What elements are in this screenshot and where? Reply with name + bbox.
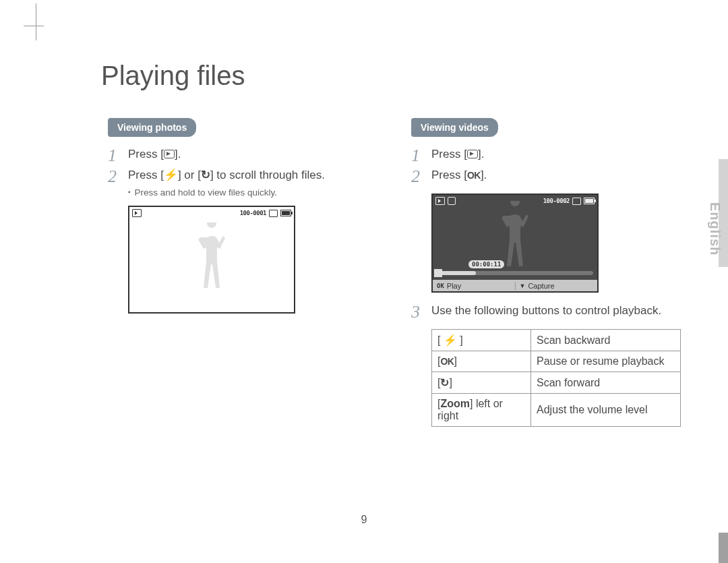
language-tab: English xyxy=(707,202,723,256)
lcd-footer: OKPlay ▼Capture xyxy=(433,280,597,291)
flash-icon: ⚡ xyxy=(164,167,178,184)
step-number: 1 xyxy=(411,146,431,165)
face-icon xyxy=(448,197,456,205)
desc-cell: Adjust the volume level xyxy=(531,394,681,427)
playback-mode-icon xyxy=(132,209,142,217)
ok-icon: OK xyxy=(440,356,454,367)
desc-cell: Scan forward xyxy=(531,372,681,394)
step-number: 1 xyxy=(108,146,128,165)
page-title: Playing files xyxy=(101,61,245,91)
text: ]. xyxy=(175,148,181,160)
playback-controls-table: [ ⚡ ] Scan backward [OK] Pause or resume… xyxy=(431,329,681,427)
timer-icon: ↻ xyxy=(440,376,449,389)
zoom-label: Zoom xyxy=(440,398,470,409)
text: Use the following buttons to control pla… xyxy=(431,302,694,320)
section-viewing-photos: Viewing photos 1 Press []. 2 Press [⚡] o… xyxy=(108,118,391,314)
down-icon: ▼ xyxy=(520,283,526,289)
person-silhouette-icon xyxy=(191,223,232,297)
lcd-status-bar: 100-0001 xyxy=(129,207,294,219)
playback-icon xyxy=(164,150,175,158)
side-tab-marker xyxy=(719,533,728,563)
button-cell: [↻] xyxy=(432,372,531,394)
memory-card-icon xyxy=(572,198,581,205)
photos-step-1: 1 Press []. xyxy=(108,146,391,165)
video-time: 00:00:11 xyxy=(468,260,504,268)
videos-step-1: 1 Press []. xyxy=(411,146,694,165)
table-row: [ ⚡ ] Scan backward xyxy=(432,330,681,351)
capture-label: Capture xyxy=(528,282,554,290)
stop-icon xyxy=(434,269,442,277)
memory-card-icon xyxy=(269,210,278,217)
button-cell: [Zoom] left or right xyxy=(432,394,531,427)
videos-step-2: 2 Press [OK]. xyxy=(411,167,694,185)
file-number: 100-0001 xyxy=(240,210,266,216)
text: Press [ xyxy=(431,169,467,181)
section-viewing-videos: Viewing videos 1 Press []. 2 Press [OK].… xyxy=(411,118,694,427)
page-content: Playing files Viewing photos 1 Press [].… xyxy=(27,0,701,563)
table-row: [Zoom] left or right Adjust the volume l… xyxy=(432,394,681,427)
playback-mode-icon xyxy=(435,197,445,205)
text: ] or [ xyxy=(178,169,201,181)
button-cell: [OK] xyxy=(432,351,531,372)
step-number: 2 xyxy=(108,167,128,185)
heading-videos: Viewing videos xyxy=(411,118,498,137)
lcd-preview-photo: 100-0001 xyxy=(128,206,295,314)
video-progress-bar xyxy=(437,271,593,275)
photos-note: Press and hold to view files quickly. xyxy=(128,187,391,198)
lcd-preview-video: 100-0002 00:00:11 OKPlay ▼Capture xyxy=(431,194,599,293)
playback-icon xyxy=(467,150,478,158)
ok-icon: OK xyxy=(437,283,444,289)
desc-cell: Scan backward xyxy=(531,330,681,351)
flash-icon: ⚡ xyxy=(444,334,457,347)
text: ] to scroll through files. xyxy=(210,169,325,181)
button-cell: [ ⚡ ] xyxy=(432,330,531,351)
table-row: [OK] Pause or resume playback xyxy=(432,351,681,372)
text: ]. xyxy=(481,169,487,181)
text: ]. xyxy=(478,148,484,160)
text: Press [ xyxy=(128,169,164,181)
page-number: 9 xyxy=(361,514,367,526)
text: Press [ xyxy=(128,148,164,160)
step-number: 3 xyxy=(411,302,431,321)
timer-icon: ↻ xyxy=(201,167,210,184)
play-label: Play xyxy=(447,282,461,290)
heading-photos: Viewing photos xyxy=(108,118,196,137)
ok-icon: OK xyxy=(467,170,481,181)
videos-step-3: 3 Use the following buttons to control p… xyxy=(411,302,694,321)
step-number: 2 xyxy=(411,167,431,185)
battery-icon xyxy=(584,198,595,204)
file-number: 100-0002 xyxy=(543,198,570,204)
desc-cell: Pause or resume playback xyxy=(531,351,681,372)
text: Press [ xyxy=(431,148,467,160)
table-row: [↻] Scan forward xyxy=(432,372,681,394)
photos-step-2: 2 Press [⚡] or [↻] to scroll through fil… xyxy=(108,167,391,185)
battery-icon xyxy=(280,210,291,216)
